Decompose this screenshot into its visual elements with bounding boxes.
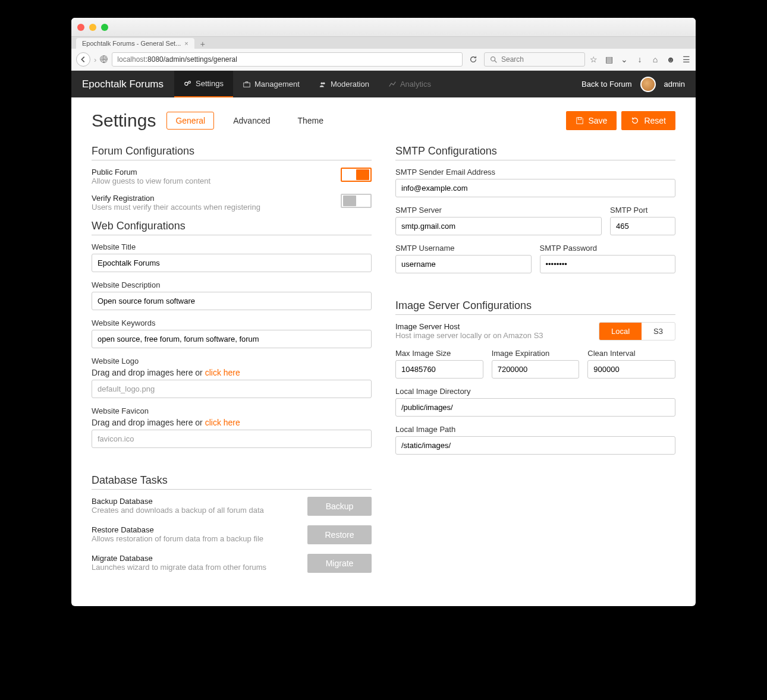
- search-icon: [489, 55, 498, 64]
- smtp-user-input[interactable]: [395, 255, 532, 273]
- browser-tab-title: Epochtalk Forums - General Set...: [82, 40, 181, 47]
- page-title: Settings: [92, 111, 156, 131]
- browser-toolbar: › 🌐︎ localhost:8080/admin/settings/gener…: [71, 49, 696, 71]
- seg-local[interactable]: Local: [599, 323, 642, 340]
- nav-settings[interactable]: Settings: [174, 71, 233, 97]
- reload-button[interactable]: [466, 52, 480, 67]
- back-button[interactable]: [76, 52, 90, 67]
- brand[interactable]: Epochtalk Forums: [71, 78, 174, 90]
- smtp-sender-input[interactable]: [395, 179, 675, 197]
- subtab-theme[interactable]: Theme: [290, 112, 332, 129]
- globe-icon: 🌐︎: [100, 55, 108, 64]
- svg-point-2: [185, 82, 188, 85]
- smtp-server-input[interactable]: [395, 217, 602, 235]
- url-bar[interactable]: localhost:8080/admin/settings/general: [112, 52, 463, 67]
- chat-icon[interactable]: ☻: [666, 55, 675, 64]
- web-config-heading: Web Configurations: [92, 220, 372, 235]
- svg-rect-5: [246, 81, 248, 83]
- url-path: :8080/admin/settings/general: [146, 55, 237, 64]
- smtp-pass-input[interactable]: [540, 255, 676, 273]
- public-forum-sub: Allow guests to view forum content: [92, 176, 341, 185]
- clean-int-label: Clean Interval: [587, 349, 675, 358]
- max-img-input[interactable]: [395, 360, 483, 379]
- close-window-icon[interactable]: [77, 24, 84, 31]
- img-path-input[interactable]: [395, 436, 675, 455]
- minimize-window-icon[interactable]: [89, 24, 96, 31]
- close-tab-icon[interactable]: ×: [184, 40, 188, 47]
- db-tasks-heading: Database Tasks: [92, 474, 372, 490]
- favicon-click-here[interactable]: click here: [205, 418, 240, 427]
- avatar[interactable]: [640, 77, 656, 92]
- backup-db-sub: Creates and downloads a backup of all fo…: [92, 506, 307, 515]
- clean-int-input[interactable]: [587, 360, 675, 379]
- img-exp-input[interactable]: [492, 360, 580, 379]
- back-to-forum-link[interactable]: Back to Forum: [581, 80, 632, 89]
- favicon-dropzone-text: Drag and drop images here or click here: [92, 418, 372, 427]
- restore-db-sub: Allows restoration of forum data from a …: [92, 534, 307, 543]
- img-host-sub: Host image server locally or on Amazon S…: [395, 331, 599, 340]
- website-favicon-input[interactable]: [92, 430, 372, 448]
- save-button[interactable]: Save: [566, 111, 617, 130]
- website-keywords-input[interactable]: [92, 330, 372, 348]
- maximize-window-icon[interactable]: [101, 24, 108, 31]
- restore-button[interactable]: Restore: [307, 525, 372, 544]
- window-titlebar: [71, 18, 696, 37]
- nav-management[interactable]: Management: [233, 71, 309, 97]
- website-logo-label: Website Logo: [92, 357, 372, 365]
- migrate-button[interactable]: Migrate: [307, 554, 372, 573]
- website-logo-input[interactable]: [92, 380, 372, 398]
- backup-button[interactable]: Backup: [307, 497, 372, 516]
- username[interactable]: admin: [664, 80, 685, 89]
- menu-icon[interactable]: ☰: [681, 55, 691, 64]
- website-title-label: Website Title: [92, 242, 372, 251]
- new-tab-button[interactable]: +: [197, 39, 209, 49]
- smtp-port-label: SMTP Port: [610, 206, 675, 215]
- public-forum-label: Public Forum: [92, 168, 341, 176]
- svg-point-3: [188, 81, 191, 83]
- smtp-server-label: SMTP Server: [395, 206, 602, 215]
- migrate-db-sub: Launches wizard to migrate data from oth…: [92, 563, 307, 572]
- forum-config-heading: Forum Configurations: [92, 145, 372, 160]
- users-icon: [319, 80, 327, 89]
- svg-point-0: [491, 57, 495, 61]
- subtab-advanced[interactable]: Advanced: [225, 112, 278, 129]
- img-exp-label: Image Expiration: [492, 349, 580, 358]
- smtp-port-input[interactable]: [610, 217, 675, 235]
- svg-rect-8: [578, 118, 581, 120]
- smtp-heading: SMTP Configurations: [395, 145, 675, 160]
- url-host: localhost: [117, 55, 145, 64]
- website-title-input[interactable]: [92, 254, 372, 272]
- verify-reg-toggle[interactable]: [341, 194, 372, 208]
- browser-tab[interactable]: Epochtalk Forums - General Set... ×: [76, 38, 194, 49]
- svg-rect-4: [244, 83, 250, 87]
- save-icon: [576, 116, 584, 125]
- img-host-label: Image Server Host: [395, 322, 599, 331]
- svg-point-7: [323, 82, 325, 84]
- download-icon[interactable]: ↓: [635, 55, 645, 64]
- logo-click-here[interactable]: click here: [205, 368, 240, 377]
- pocket-icon[interactable]: ⌄: [620, 55, 629, 64]
- website-desc-input[interactable]: [92, 292, 372, 310]
- website-favicon-label: Website Favicon: [92, 406, 372, 415]
- clipboard-icon[interactable]: ▤: [604, 55, 614, 64]
- seg-s3[interactable]: S3: [642, 323, 675, 340]
- max-img-label: Max Image Size: [395, 349, 483, 358]
- reset-button[interactable]: Reset: [621, 111, 675, 130]
- browser-search[interactable]: Search: [484, 52, 585, 67]
- public-forum-toggle[interactable]: [341, 168, 372, 182]
- nav-moderation[interactable]: Moderation: [309, 71, 379, 97]
- website-desc-label: Website Description: [92, 280, 372, 289]
- verify-reg-label: Verify Registration: [92, 194, 341, 203]
- backup-db-label: Backup Database: [92, 497, 307, 506]
- cogs-icon: [184, 80, 192, 88]
- subtab-general[interactable]: General: [166, 112, 214, 130]
- briefcase-icon: [243, 80, 251, 89]
- home-icon[interactable]: ⌂: [650, 55, 660, 64]
- nav-analytics[interactable]: Analytics: [379, 71, 441, 97]
- star-icon[interactable]: ☆: [589, 55, 598, 64]
- img-dir-input[interactable]: [395, 398, 675, 417]
- history-icon[interactable]: ›: [94, 55, 96, 64]
- logo-dropzone-text: Drag and drop images here or click here: [92, 368, 372, 377]
- img-heading: Image Server Configurations: [395, 299, 675, 315]
- restore-db-label: Restore Database: [92, 525, 307, 534]
